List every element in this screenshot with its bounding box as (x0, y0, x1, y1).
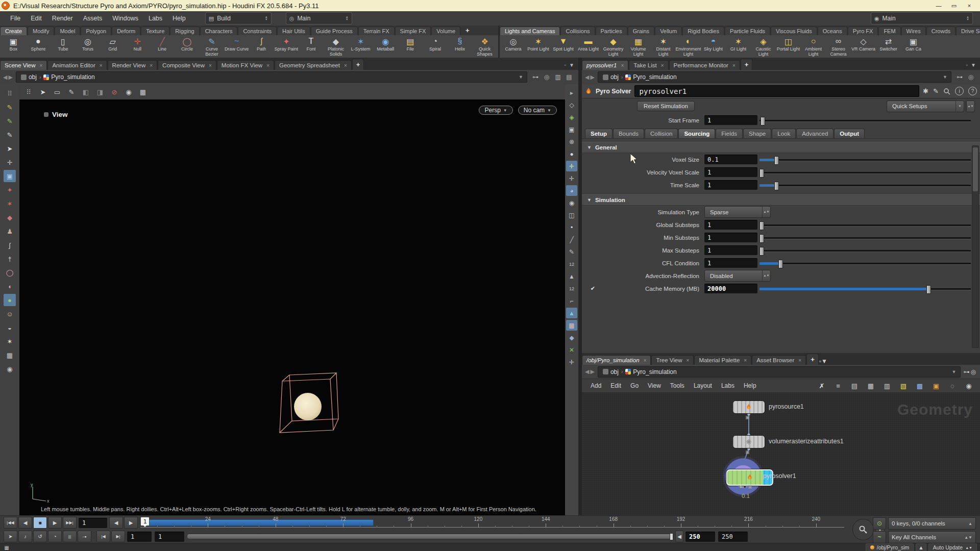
param-menu-simulation-type[interactable]: Sparse▲▼ (704, 206, 771, 218)
param-tab-bounds[interactable]: Bounds (613, 129, 644, 138)
breadcrumb-obj[interactable]: obj (600, 73, 621, 81)
prim-numbers-icon[interactable]: 12 (566, 283, 577, 294)
back-arrow-icon[interactable]: ◀ (3, 74, 7, 81)
tab-geometry-spreadsheet[interactable]: Geometry Spreadsheet× (275, 60, 352, 70)
shelf-tool-ambient-light[interactable]: ○Ambient Light (801, 36, 826, 58)
headlight-icon[interactable]: ⊗ (566, 136, 577, 147)
gear-icon[interactable]: ✱ (923, 87, 928, 95)
shading-mode-icon[interactable]: ● (566, 148, 577, 159)
step-back-button[interactable]: ◀ (109, 517, 123, 529)
breadcrumb-obj[interactable]: obj (18, 73, 39, 81)
chevron-down-icon[interactable]: ▼ (952, 369, 958, 374)
pane-maximize-icon[interactable]: ▫ (565, 62, 567, 68)
search-icon[interactable] (943, 88, 950, 95)
range-end-button[interactable]: ▶| (111, 531, 125, 542)
paint-strokes-icon[interactable]: ✎ (4, 101, 16, 113)
close-icon[interactable]: × (266, 63, 270, 68)
tab-composite-view[interactable]: Composite View× (158, 60, 216, 70)
slider-handle[interactable] (760, 221, 764, 230)
forward-arrow-icon[interactable]: ▶ (8, 74, 12, 81)
shelf-tool-curve-bezier[interactable]: ✎Curve Bezier (200, 36, 225, 58)
find-icon[interactable]: ◌ (946, 380, 959, 392)
maximize-button[interactable]: ▭ (947, 1, 961, 10)
shelf-tool-sphere[interactable]: ●Sphere (26, 36, 51, 58)
grid-snap-icon[interactable]: ▥ (881, 380, 893, 392)
split-vertical-icon[interactable]: ▤ (564, 73, 574, 81)
range-slider-handle[interactable] (670, 533, 673, 540)
ghost-objects-icon[interactable]: ◫ (566, 210, 577, 220)
shelf-tool-file[interactable]: ▤File (398, 36, 423, 58)
pencil-tool-icon[interactable]: ✎ (4, 129, 16, 141)
menu-windows[interactable]: Windows (107, 15, 143, 22)
param-field[interactable]: 20000 (704, 284, 757, 293)
close-icon[interactable]: × (40, 63, 43, 68)
param-slider[interactable] (760, 246, 971, 255)
shelf-tab-guide-process[interactable]: Guide Process (311, 27, 358, 35)
close-icon[interactable]: × (732, 63, 736, 68)
spinner-icon[interactable]: ▲▼ (345, 16, 350, 21)
point-trails-icon[interactable]: ✎ (566, 246, 577, 257)
camera-lock-icon[interactable]: ▣ (566, 124, 577, 135)
playbar[interactable]: 1 24487296120144168192216240 (140, 516, 844, 530)
node-name-field[interactable]: pyrosolver1 (634, 85, 919, 97)
slider-handle[interactable] (760, 247, 764, 256)
tab-take-list[interactable]: Take List× (629, 60, 668, 70)
shelf-tab-rigging[interactable]: Rigging (170, 27, 199, 35)
shelf-tool-camera[interactable]: ◎Camera (501, 36, 526, 58)
tissue-tool-icon[interactable]: ● (4, 294, 16, 306)
close-icon[interactable]: × (209, 63, 212, 68)
start-frame-slider[interactable] (760, 116, 971, 125)
clone-tool-icon[interactable]: ◆ (4, 211, 16, 223)
character-tool-icon[interactable]: ♟ (4, 225, 16, 237)
select-front-icon[interactable]: ◧ (80, 86, 92, 98)
shelf-tab-hair-utils[interactable]: Hair Utils (277, 27, 310, 35)
pane-menu-icon[interactable]: ▼ (569, 62, 574, 68)
breadcrumb-pyro_simulation[interactable]: Pyro_simulation (623, 73, 679, 81)
collapse-triangle-icon[interactable]: ▼ (587, 197, 592, 203)
play-button[interactable]: ▶ (48, 517, 62, 529)
customize-toolbar-icon[interactable]: ✗ (816, 380, 828, 392)
param-tab-shape[interactable]: Shape (743, 129, 771, 138)
collapse-triangle-icon[interactable]: ▼ (587, 145, 592, 150)
shelf-tool-quick-shapes[interactable]: ❖Quick Shapes (472, 36, 497, 58)
slider-handle[interactable] (760, 234, 764, 243)
radial-menu-selector[interactable]: ◎ Main ▲▼ (286, 12, 352, 24)
shelf-tool-metaball[interactable]: ◉Metaball (373, 36, 398, 58)
shelf-tab-lights-and-cameras[interactable]: Lights and Cameras (500, 27, 560, 35)
shelf-tab-deform[interactable]: Deform (112, 27, 140, 35)
shelf-tool-box[interactable]: ▣Box (1, 36, 26, 58)
muscle-tool-icon[interactable]: ◖ (4, 280, 16, 292)
box-pick-icon[interactable]: ▣ (930, 380, 942, 392)
bones-tool-icon[interactable]: ʃ (4, 239, 16, 251)
param-slider[interactable] (760, 168, 971, 177)
shelf-tab-crowds[interactable]: Crowds (926, 27, 955, 35)
shelf-tool-sky-light[interactable]: ◓Sky Light (701, 36, 726, 58)
shelf-tool-grid[interactable]: ▱Grid (100, 36, 125, 58)
shelf-tab-terrain-fx[interactable]: Terrain FX (358, 27, 395, 35)
shelf-tool-switcher[interactable]: ⇄Switcher (876, 36, 901, 58)
view-light-icon[interactable]: ✛ (566, 161, 577, 171)
add-shelf-tab-button[interactable]: + (461, 26, 474, 35)
shelf-tool-l-system[interactable]: ✶L-System (348, 36, 373, 58)
tab-asset-browser[interactable]: Asset Browser× (752, 355, 806, 365)
start-frame-field[interactable]: 1 (704, 115, 757, 125)
close-icon[interactable]: × (621, 63, 624, 68)
org-chart-icon[interactable]: ≡ (832, 380, 844, 392)
context-up-button[interactable]: ▲ (916, 543, 926, 551)
net-menu-go[interactable]: Go (626, 382, 643, 389)
stow-arrow-icon[interactable]: ▸ (566, 87, 577, 98)
slider-handle[interactable] (760, 169, 764, 178)
close-icon[interactable]: × (687, 358, 690, 363)
prev-frame-button[interactable]: ◀ (18, 517, 32, 529)
pane-grip-icon[interactable]: ⠿ (4, 87, 16, 99)
slider-handle[interactable] (774, 182, 779, 190)
param-tab-fields[interactable]: Fields (716, 129, 743, 138)
section-header-general[interactable]: ▼General (582, 142, 980, 153)
shelf-tab-polygon[interactable]: Polygon (81, 27, 111, 35)
close-icon[interactable]: × (661, 63, 664, 68)
param-tab-setup[interactable]: Setup (585, 129, 612, 138)
close-icon[interactable]: × (100, 63, 103, 68)
camera-tool-icon[interactable]: ◉ (4, 363, 16, 375)
box-select-icon[interactable]: ▭ (51, 86, 63, 98)
pane-menu-icon[interactable]: ▼ (971, 62, 976, 68)
